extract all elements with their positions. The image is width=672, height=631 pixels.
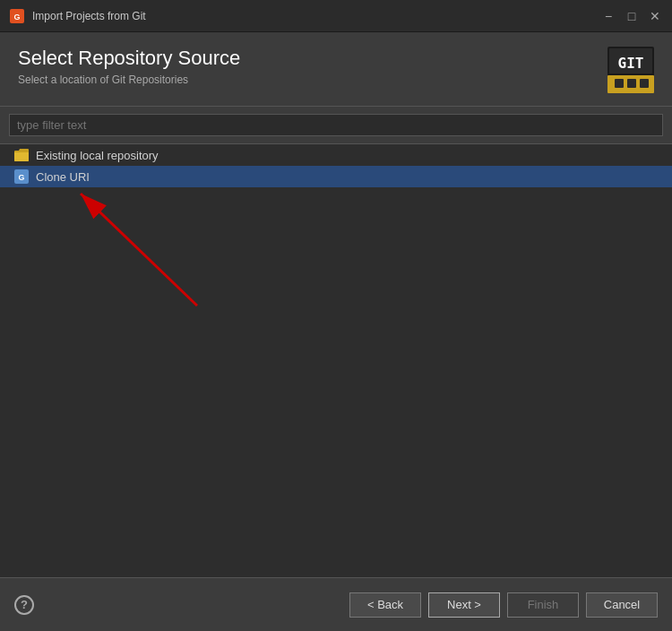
clone-icon: G xyxy=(14,169,29,184)
list-item-clone-uri[interactable]: G Clone URI xyxy=(0,166,672,187)
svg-rect-7 xyxy=(627,79,636,88)
dialog-header: Select Repository Source Select a locati… xyxy=(0,32,672,107)
back-button[interactable]: < Back xyxy=(349,592,421,618)
footer-buttons: < Back Next > Finish Cancel xyxy=(349,592,658,618)
minimize-button[interactable]: − xyxy=(600,8,616,24)
close-button[interactable]: ✕ xyxy=(647,8,663,24)
help-button[interactable]: ? xyxy=(14,595,34,615)
svg-text:GIT: GIT xyxy=(618,55,644,72)
folder-icon xyxy=(14,148,29,162)
arrow-annotation xyxy=(54,171,215,317)
git-logo: GIT xyxy=(607,47,654,93)
dialog-main: Select Repository Source Select a locati… xyxy=(0,32,672,631)
svg-line-12 xyxy=(81,194,197,306)
app-icon: G xyxy=(9,8,25,24)
dialog-title: Select Repository Source xyxy=(18,47,240,70)
finish-button: Finish xyxy=(507,592,579,618)
repository-list: Existing local repository G Clone URI xyxy=(0,144,672,631)
filter-row xyxy=(0,107,672,144)
list-item-existing-local[interactable]: Existing local repository xyxy=(0,144,672,166)
svg-rect-8 xyxy=(640,79,649,88)
filter-input[interactable] xyxy=(9,114,663,136)
window-title: Import Projects from Git xyxy=(32,10,600,22)
cancel-button[interactable]: Cancel xyxy=(586,592,658,618)
dialog-subtitle: Select a location of Git Repositories xyxy=(18,73,240,86)
svg-rect-6 xyxy=(615,79,624,88)
window-controls: − □ ✕ xyxy=(600,8,663,24)
dialog-footer: ? < Back Next > Finish Cancel xyxy=(0,577,672,631)
svg-text:G: G xyxy=(13,13,20,22)
existing-local-label: Existing local repository xyxy=(36,149,159,162)
header-text: Select Repository Source Select a locati… xyxy=(18,47,240,86)
clone-uri-label: Clone URI xyxy=(36,170,90,184)
svg-text:G: G xyxy=(18,173,24,182)
next-button[interactable]: Next > xyxy=(428,592,500,618)
maximize-button[interactable]: □ xyxy=(624,8,640,24)
footer-left: ? xyxy=(14,595,34,615)
title-bar: G Import Projects from Git − □ ✕ xyxy=(0,0,672,32)
